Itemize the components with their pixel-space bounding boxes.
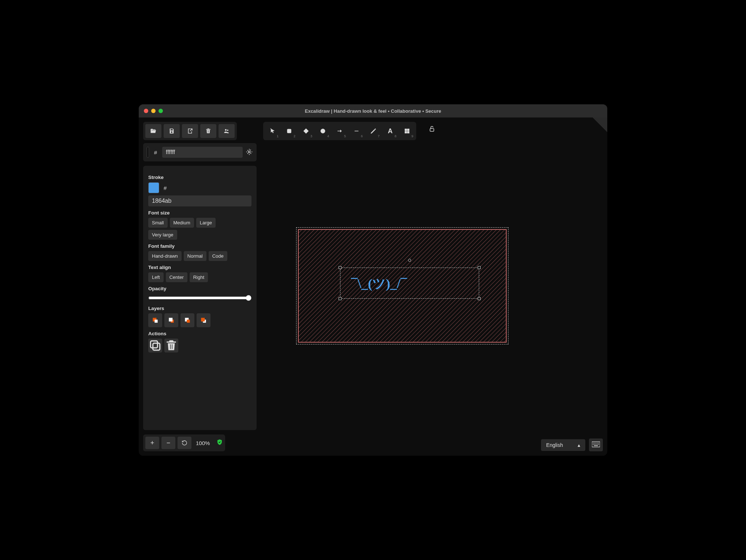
svg-rect-32 <box>597 444 598 445</box>
svg-rect-6 <box>405 131 407 133</box>
app-content: 1 2 3 4 5 6 7 <box>139 117 607 456</box>
ellipse-tool[interactable]: 4 <box>315 123 331 139</box>
file-toolbar <box>143 122 237 140</box>
line-icon <box>353 128 360 134</box>
fontsize-small[interactable]: Small <box>148 218 168 228</box>
svg-rect-27 <box>597 443 598 443</box>
svg-rect-30 <box>594 444 595 445</box>
svg-rect-2 <box>287 129 291 133</box>
svg-rect-34 <box>594 445 598 446</box>
text-tool[interactable]: A 8 <box>383 123 398 139</box>
svg-rect-22 <box>298 229 506 342</box>
shield-icon <box>216 439 223 447</box>
zoom-reset-button[interactable] <box>178 437 191 449</box>
layers-label: Layers <box>148 306 251 311</box>
stroke-swatch[interactable] <box>148 182 159 193</box>
trash-icon <box>164 339 178 352</box>
close-window-button[interactable] <box>144 109 148 113</box>
svg-rect-21 <box>298 229 507 343</box>
fontfamily-normal[interactable]: Normal <box>184 251 206 261</box>
hash-symbol: # <box>152 149 159 156</box>
pencil-icon <box>370 128 377 134</box>
save-button[interactable] <box>164 124 180 138</box>
textalign-left[interactable]: Left <box>148 272 164 282</box>
fontsize-medium[interactable]: Medium <box>170 218 194 228</box>
bring-to-front-icon <box>200 317 207 324</box>
selection-handle[interactable] <box>478 297 481 300</box>
grid-icon <box>404 128 410 134</box>
corner-fold[interactable] <box>593 117 607 132</box>
stroke-color-input[interactable] <box>148 195 251 206</box>
svg-rect-4 <box>405 129 407 131</box>
background-color-input[interactable] <box>162 147 243 158</box>
keyboard-shortcuts-button[interactable] <box>589 438 603 451</box>
duplicate-button[interactable] <box>148 339 162 352</box>
bring-to-front-button[interactable] <box>197 313 210 327</box>
clear-button[interactable] <box>200 124 216 138</box>
send-backward-button[interactable] <box>164 313 178 327</box>
zoom-in-button[interactable]: + <box>145 437 159 449</box>
svg-rect-29 <box>593 444 594 445</box>
opacity-label: Opacity <box>148 286 251 291</box>
diamond-icon <box>303 128 309 134</box>
chevron-up-icon: ▴ <box>578 442 580 448</box>
settings-button[interactable] <box>246 148 253 157</box>
fontsize-large[interactable]: Large <box>196 218 216 228</box>
fontfamily-label: Font family <box>148 243 251 249</box>
language-selector[interactable]: English ▴ <box>541 439 585 451</box>
selection-tool[interactable]: 1 <box>265 123 280 139</box>
arrow-tool[interactable]: 5 <box>332 123 347 139</box>
draw-tool[interactable]: 7 <box>366 123 381 139</box>
selection-handle[interactable] <box>339 266 342 269</box>
svg-rect-26 <box>596 443 596 443</box>
canvas-rectangle[interactable] <box>298 229 507 343</box>
background-panel: # <box>143 143 257 161</box>
maximize-window-button[interactable] <box>158 109 163 113</box>
lock-button[interactable] <box>429 126 435 133</box>
arrow-icon <box>336 128 343 134</box>
fontfamily-code[interactable]: Code <box>209 251 227 261</box>
delete-button[interactable] <box>164 339 178 352</box>
export-button[interactable] <box>182 124 198 138</box>
zoom-out-button[interactable]: − <box>161 437 175 449</box>
gear-icon <box>246 148 253 156</box>
textalign-center[interactable]: Center <box>166 272 187 282</box>
send-to-back-button[interactable] <box>148 313 162 327</box>
svg-rect-33 <box>598 444 599 445</box>
send-to-back-icon <box>152 317 159 324</box>
textalign-right[interactable]: Right <box>190 272 208 282</box>
keyboard-icon <box>592 441 600 447</box>
outer-selection[interactable] <box>296 227 508 344</box>
inner-selection[interactable] <box>340 268 479 299</box>
reset-icon <box>182 440 187 446</box>
bottom-right-controls: English ▴ <box>541 438 603 451</box>
selection-handle[interactable] <box>478 266 481 269</box>
fontfamily-hand[interactable]: Hand-drawn <box>148 251 182 261</box>
send-backward-icon <box>168 317 175 324</box>
opacity-slider[interactable] <box>148 295 251 301</box>
svg-rect-8 <box>430 128 434 131</box>
minimize-window-button[interactable] <box>151 109 156 113</box>
collaborate-button[interactable] <box>219 124 235 138</box>
fontsize-label: Font size <box>148 210 251 216</box>
line-tool[interactable]: 6 <box>349 123 364 139</box>
svg-rect-25 <box>594 443 595 443</box>
background-swatch[interactable] <box>147 147 149 158</box>
svg-point-1 <box>227 130 228 131</box>
svg-rect-5 <box>407 129 409 131</box>
canvas-text-shrug[interactable]: ¯\_(ツ)_/¯ <box>351 275 407 293</box>
open-button[interactable] <box>145 124 161 138</box>
app-window: Excalidraw | Hand-drawn look & feel • Co… <box>139 104 607 456</box>
diamond-tool[interactable]: 3 <box>298 123 314 139</box>
selection-handle[interactable] <box>339 297 342 300</box>
rectangle-tool[interactable]: 2 <box>281 123 297 139</box>
language-selected: English <box>546 442 563 448</box>
svg-rect-13 <box>169 318 172 321</box>
duplicate-icon <box>148 339 162 352</box>
svg-rect-7 <box>407 131 409 133</box>
svg-rect-18 <box>153 343 160 350</box>
library-tool[interactable]: 9 <box>399 123 415 139</box>
bring-forward-button[interactable] <box>180 313 194 327</box>
fontsize-verylarge[interactable]: Very large <box>148 230 177 240</box>
rotation-handle[interactable] <box>408 259 411 262</box>
